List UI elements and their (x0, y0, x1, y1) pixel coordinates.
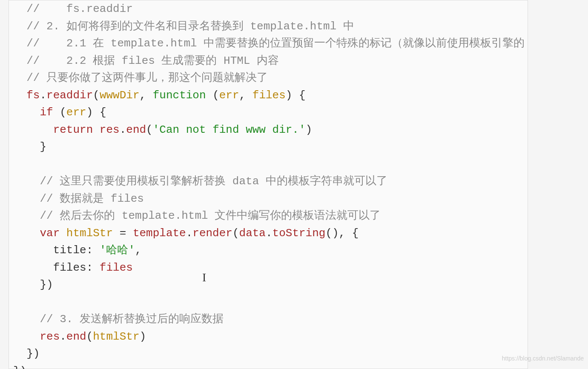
code-line: } (13, 138, 523, 156)
code-line: files: files (13, 259, 523, 277)
code-line: }) (13, 276, 523, 294)
watermark: https://blog.csdn.net/Slamande (502, 350, 584, 367)
code-editor[interactable]: // fs.readdir // 2. 如何将得到的文件名和目录名替换到 tem… (9, 0, 528, 369)
code-line: // 数据就是 files (13, 190, 523, 208)
code-line: // 这里只需要使用模板引擎解析替换 data 中的模板字符串就可以了 (13, 173, 523, 190)
code-line (13, 156, 523, 173)
text-cursor: I (202, 269, 206, 286)
code-line: res.end(htmlStr) (13, 328, 523, 346)
code-line: }) (13, 345, 523, 363)
code-line: return res.end('Can not find www dir.') (13, 121, 523, 139)
code-line: // 只要你做了这两件事儿，那这个问题就解决了 (13, 69, 523, 87)
code-line: // 然后去你的 template.html 文件中编写你的模板语法就可以了 (13, 207, 523, 225)
code-line: var htmlStr = template.render(data.toStr… (13, 225, 523, 242)
code-line: title: '哈哈', (13, 242, 523, 259)
code-line: }) (13, 363, 523, 369)
code-line: fs.readdir(wwwDir, function (err, files)… (13, 87, 523, 104)
code-line (13, 294, 523, 311)
code-line: // 3. 发送解析替换过后的响应数据 (13, 311, 523, 328)
code-line: // 2. 如何将得到的文件名和目录名替换到 template.html 中 (13, 18, 523, 35)
code-line: // 2.1 在 template.html 中需要替换的位置预留一个特殊的标记… (13, 35, 523, 52)
code-line: // fs.readdir (13, 0, 523, 18)
code-line: // 2.2 根据 files 生成需要的 HTML 内容 (13, 52, 523, 70)
code-line: if (err) { (13, 104, 523, 121)
